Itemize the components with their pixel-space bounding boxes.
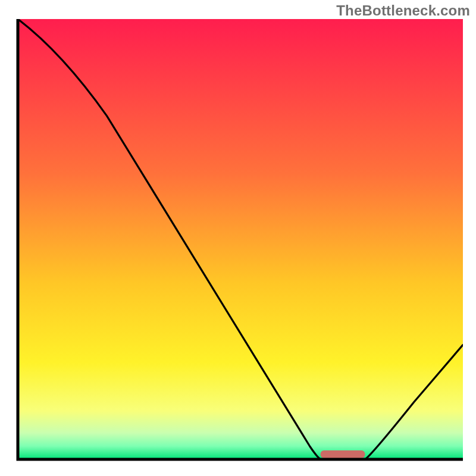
plot-area (13, 19, 463, 464)
chart-container: TheBottleneck.com (0, 0, 476, 476)
optimum-marker (321, 450, 365, 458)
bottleneck-chart-svg (13, 19, 463, 464)
watermark-text: TheBottleneck.com (336, 2, 470, 19)
